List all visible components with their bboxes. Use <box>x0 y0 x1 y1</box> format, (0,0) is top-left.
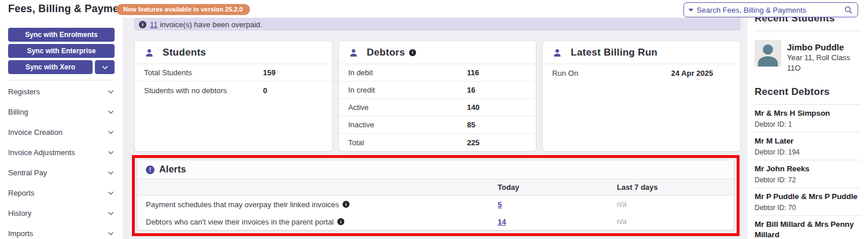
stat-row: Total 225 <box>339 134 536 151</box>
card-title: Debtors <box>367 47 405 58</box>
nav-label: Reports <box>8 189 35 197</box>
stat-value: 85 <box>467 120 475 129</box>
recent-debtors-list: Mr & Mrs H Simpson Debtor ID: 1 Mr M Lat… <box>755 105 861 239</box>
sync-enrolments-button[interactable]: Sync with Enrolments <box>8 28 115 42</box>
alerts-panel: Alerts Today Last 7 days Payment schedul… <box>137 160 734 230</box>
debtor-name: Mr Bill Millard & Mrs Penny Millard <box>755 219 861 239</box>
stat-value: 159 <box>263 68 275 77</box>
sidebar-item-invoice-adjustments[interactable]: Invoice Adjustments <box>8 142 115 163</box>
alert-label-wrap: Debtors who can't view their invoices in… <box>138 218 498 226</box>
stat-label: Active <box>339 103 369 112</box>
banner-message: invoice(s) have been overpaid. <box>160 20 262 29</box>
alert-icon <box>146 166 155 174</box>
alert-last7-value: n/a <box>617 218 734 226</box>
stat-value: 16 <box>467 86 475 94</box>
debtors-card: Debtors In debit 116 In credit 16 Active… <box>339 41 537 152</box>
person-icon <box>144 47 155 58</box>
alert-row: Payment schedules that may overpay their… <box>138 196 734 213</box>
recent-debtors-heading: Recent Debtors <box>755 86 861 98</box>
debtor-list-item[interactable]: Mr P Puddle & Mrs P Puddle Debtor ID: 70 <box>755 188 861 216</box>
debtor-list-item[interactable]: Mr & Mrs H Simpson Debtor ID: 1 <box>755 105 861 133</box>
chevron-down-icon <box>107 88 115 95</box>
version-badge: New features available in version 25.2.0 <box>116 4 250 15</box>
sync-xero-button[interactable]: Sync with Xero <box>8 60 93 74</box>
card-title: Latest Billing Run <box>571 47 657 58</box>
alert-row: Debtors who can't view their invoices in… <box>138 213 734 230</box>
debtor-id: Debtor ID: 70 <box>755 203 861 212</box>
red-highlight-annotation: Alerts Today Last 7 days Payment schedul… <box>132 155 740 236</box>
debtor-id: Debtor ID: 1 <box>755 120 861 129</box>
student-avatar <box>755 40 781 67</box>
chevron-down-icon <box>107 209 115 217</box>
column-header-last7days: Last 7 days <box>617 183 734 192</box>
stat-value: 225 <box>467 138 480 147</box>
stat-label: Inactive <box>339 120 374 129</box>
left-sidebar: Sync with Enrolments Sync with Enterpris… <box>0 17 123 239</box>
sync-xero-dropdown-button[interactable] <box>95 60 115 74</box>
debtor-id: Debtor ID: 194 <box>755 148 861 157</box>
stat-label: In debit <box>339 68 373 77</box>
debtor-list-item[interactable]: Mr M Later Debtor ID: 194 <box>755 133 861 160</box>
column-header-today: Today <box>498 183 617 192</box>
nav-label: Billing <box>8 108 28 116</box>
student-name: Jimbo Puddle <box>787 42 861 53</box>
recent-panel: Recent Students Jimbo Puddle Year 11, Ro… <box>748 0 868 239</box>
person-icon <box>552 47 562 58</box>
divider <box>8 80 115 80</box>
debtor-name: Mr & Mrs H Simpson <box>755 108 861 119</box>
person-icon <box>348 47 359 58</box>
info-icon[interactable] <box>343 201 350 208</box>
nav-label: History <box>8 209 31 218</box>
sync-enterprise-button[interactable]: Sync with Enterprise <box>8 44 115 58</box>
debtor-name: Mr John Reeks <box>755 164 861 174</box>
alert-label-wrap: Payment schedules that may overpay their… <box>138 200 498 209</box>
nav-label: Invoice Creation <box>8 128 62 137</box>
overpaid-info-banner: 11 invoice(s) have been overpaid. <box>134 18 741 31</box>
search-input[interactable] <box>697 6 844 14</box>
info-icon[interactable] <box>337 218 344 225</box>
stat-label: Total Students <box>135 68 192 77</box>
stat-row: Students with no debtors 0 <box>135 82 332 99</box>
sidebar-item-registers[interactable]: Registers <box>8 82 115 102</box>
card-title-wrap: Debtors <box>367 47 416 58</box>
module-search[interactable] <box>683 2 858 17</box>
debtor-list-item[interactable]: Mr Bill Millard & Mrs Penny Millard Debt… <box>755 216 861 239</box>
search-scope-caret-icon[interactable] <box>689 9 693 12</box>
stat-row: Total Students 159 <box>135 64 332 82</box>
stat-value: 0 <box>263 86 267 95</box>
debtor-list-item[interactable]: Mr John Reeks Debtor ID: 72 <box>755 160 861 188</box>
sidebar-item-billing[interactable]: Billing <box>8 102 115 122</box>
search-icon[interactable] <box>844 5 853 14</box>
stat-label: Total <box>339 138 364 147</box>
recent-student-item[interactable]: Jimbo Puddle Year 11, Roll Class 11O <box>755 40 861 73</box>
nav-label: Invoice Adjustments <box>8 148 75 157</box>
stat-label: Run On <box>543 69 578 78</box>
top-header: Fees, Billing & Payments New features av… <box>0 0 868 17</box>
sidebar-item-sentral-pay[interactable]: Sentral Pay <box>8 163 115 183</box>
chevron-down-icon <box>107 108 115 116</box>
latest-billing-run-card: Latest Billing Run Run On 24 Apr 2025 <box>542 41 741 152</box>
summary-cards: Students Total Students 159 Students wit… <box>134 41 741 152</box>
alert-today-link[interactable]: 14 <box>498 218 506 226</box>
nav-label: Imports <box>8 229 33 238</box>
sidebar-item-imports[interactable]: Imports <box>8 223 115 239</box>
divider <box>755 31 861 31</box>
chevron-down-icon <box>107 169 115 177</box>
students-card: Students Total Students 159 Students wit… <box>134 41 333 152</box>
chevron-down-icon <box>107 230 115 237</box>
alert-today-link[interactable]: 5 <box>498 200 502 209</box>
alert-label: Debtors who can't view their invoices in… <box>146 218 334 226</box>
debtor-name: Mr M Later <box>755 136 861 146</box>
alerts-table-header: Today Last 7 days <box>138 179 734 196</box>
overpaid-count-link[interactable]: 11 <box>150 20 158 29</box>
stat-value: 116 <box>467 68 479 77</box>
sidebar-item-invoice-creation[interactable]: Invoice Creation <box>8 122 115 142</box>
info-icon <box>139 21 146 28</box>
info-icon[interactable] <box>409 49 416 56</box>
chevron-down-icon <box>107 189 115 197</box>
sidebar-item-reports[interactable]: Reports <box>8 183 115 203</box>
banner-text: 11 invoice(s) have been overpaid. <box>150 20 262 29</box>
stat-label: Students with no debtors <box>135 86 227 95</box>
sidebar-item-history[interactable]: History <box>8 203 115 223</box>
debtor-id: Debtor ID: 72 <box>755 175 861 185</box>
